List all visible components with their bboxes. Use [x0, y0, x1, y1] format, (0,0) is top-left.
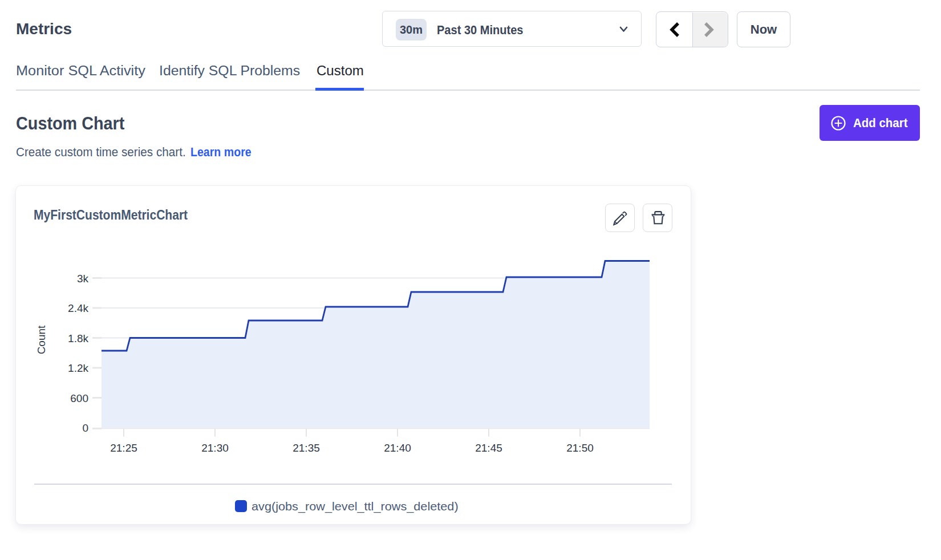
svg-text:21:40: 21:40	[384, 442, 411, 454]
svg-text:21:50: 21:50	[566, 442, 594, 454]
svg-text:21:30: 21:30	[201, 442, 229, 454]
svg-text:21:45: 21:45	[475, 442, 502, 454]
svg-text:2.4k: 2.4k	[68, 302, 88, 314]
svg-text:600: 600	[70, 392, 88, 404]
svg-text:21:25: 21:25	[110, 442, 137, 454]
svg-text:1.8k: 1.8k	[68, 332, 88, 344]
svg-text:21:35: 21:35	[293, 442, 320, 454]
svg-text:Count: Count	[35, 325, 47, 354]
svg-text:3k: 3k	[77, 273, 89, 285]
svg-text:1.2k: 1.2k	[68, 362, 88, 374]
svg-text:0: 0	[82, 422, 88, 434]
